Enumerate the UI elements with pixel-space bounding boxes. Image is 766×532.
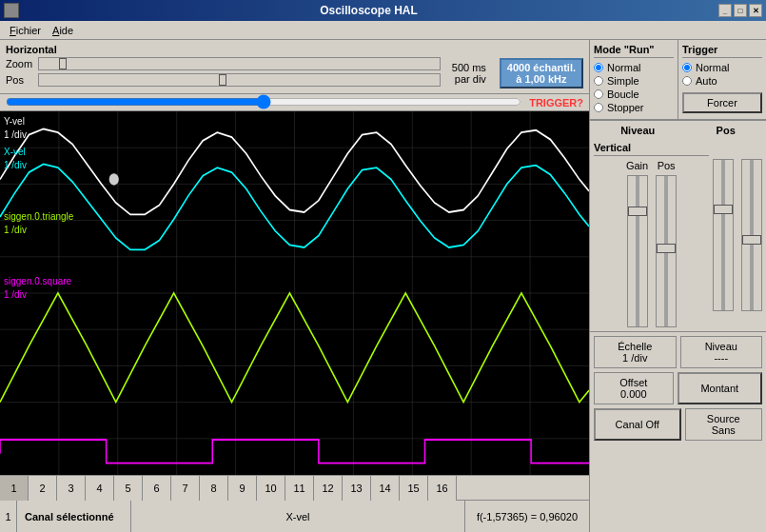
echelle-box: Échelle 1 /div	[594, 336, 677, 368]
mode-normal-label: Normal	[607, 62, 640, 73]
source-value: Sans	[712, 424, 736, 436]
trigger-title: Trigger	[682, 44, 762, 58]
trigger-slider[interactable]	[6, 96, 521, 108]
ch-btn-1[interactable]: 1	[0, 476, 29, 501]
mode-normal-radio[interactable]	[594, 63, 603, 72]
ch-btn-6[interactable]: 6	[143, 476, 171, 501]
left-panel: Horizontal Zoom Pos	[0, 40, 590, 532]
title-icon	[4, 3, 19, 18]
ch-btn-10[interactable]: 10	[257, 476, 285, 501]
niveau-value: ----	[714, 352, 728, 364]
offset-label: Offset	[619, 377, 647, 388]
canal-selected-label: Canal sélectionné	[17, 501, 131, 532]
ch-btn-15[interactable]: 15	[400, 476, 428, 501]
pos-header: Pos	[717, 125, 736, 136]
mode-boucle-label: Boucle	[607, 89, 639, 100]
horizontal-label: Horizontal	[6, 44, 583, 55]
pos-col: Pos	[656, 160, 677, 327]
niveau-pos-header: Niveau Pos	[590, 120, 766, 138]
offset-box: Offset 0.000	[594, 372, 674, 404]
mode-simple-radio[interactable]	[594, 76, 603, 86]
menu-fichier[interactable]: Fichier	[4, 23, 47, 37]
window-title: Oscilloscope HAL	[19, 4, 718, 17]
menu-aide[interactable]: Aide	[47, 23, 79, 37]
formula-display: f(-1,57365) = 0,96020	[465, 501, 589, 532]
title-bar: Oscilloscope HAL _ □ ✕	[0, 0, 766, 21]
ch-btn-7[interactable]: 7	[171, 476, 200, 501]
trigger-normal-row: Normal	[682, 62, 762, 73]
right-panel: Mode "Run" Normal Simple Boucle Stopper	[590, 40, 766, 532]
ch-btn-9[interactable]: 9	[228, 476, 257, 501]
zoom-label: Zoom	[6, 58, 32, 69]
pos-slider[interactable]	[656, 175, 677, 327]
gain-col: Gain	[626, 160, 648, 327]
mode-simple-label: Simple	[607, 75, 639, 87]
source-box: Source Sans	[685, 408, 763, 441]
per-div-text: par div	[455, 73, 486, 85]
vertical-title: Vertical	[594, 142, 709, 156]
ch-btn-2[interactable]: 2	[29, 476, 57, 501]
montant-button[interactable]: Montant	[678, 372, 763, 404]
mode-boucle-radio[interactable]	[594, 89, 603, 99]
close-button[interactable]: ✕	[749, 4, 762, 17]
minimize-button[interactable]: _	[718, 4, 732, 17]
selected-ch-num: 1	[0, 501, 17, 532]
maximize-button[interactable]: □	[734, 4, 747, 17]
right-top-section: Mode "Run" Normal Simple Boucle Stopper	[590, 40, 766, 120]
ch-btn-12[interactable]: 12	[314, 476, 343, 501]
niveau-header: Niveau	[620, 125, 655, 136]
ch-btn-16[interactable]: 16	[428, 476, 457, 501]
gain-label: Gain	[626, 160, 648, 171]
mode-title: Mode "Run"	[594, 44, 674, 58]
oscilloscope-screen: Y-vel 1 /div X-vel 1 /div siggen.0.trian…	[0, 111, 589, 475]
ch-btn-5[interactable]: 5	[114, 476, 143, 501]
time-per-div: 500 ms	[452, 62, 486, 73]
trigger-pos-slider[interactable]	[741, 159, 762, 311]
bottom-controls: Échelle 1 /div Niveau ---- Offset 0.000 …	[590, 332, 766, 444]
window-buttons: _ □ ✕	[718, 4, 762, 17]
sample-button[interactable]: 4000 échantil. à 1,00 kHz	[500, 58, 583, 89]
trigger-level-slider[interactable]	[713, 159, 734, 311]
channel-buttons: 1 2 3 4 5 6 7 8 9 10 11 12 13 14 15 16	[0, 476, 589, 501]
ch-btn-13[interactable]: 13	[343, 476, 371, 501]
ch-btn-8[interactable]: 8	[200, 476, 228, 501]
svg-point-18	[109, 173, 119, 185]
mode-stopper-row: Stopper	[594, 102, 674, 113]
offset-value: 0.000	[620, 388, 647, 400]
ch-btn-4[interactable]: 4	[86, 476, 114, 501]
trigger-status: TRIGGER?	[529, 97, 583, 108]
ch-btn-14[interactable]: 14	[371, 476, 400, 501]
main-content: Horizontal Zoom Pos	[0, 40, 766, 532]
trigger-row: TRIGGER?	[0, 94, 589, 111]
canal-off-button[interactable]: Canal Off	[594, 408, 681, 441]
offset-montant-row: Offset 0.000 Montant	[594, 372, 762, 404]
trigger-top-section: Trigger Normal Auto Forcer	[678, 40, 766, 119]
canal-source-row: Canal Off Source Sans	[594, 408, 762, 441]
mode-stopper-radio[interactable]	[594, 103, 603, 112]
menu-bar: Fichier Aide	[0, 21, 766, 40]
mode-simple-row: Simple	[594, 75, 674, 87]
horizontal-section: Horizontal Zoom Pos	[0, 40, 589, 94]
gain-slider[interactable]	[627, 175, 648, 327]
channel-name-display: X-vel	[131, 501, 465, 532]
echelle-value: 1 /div	[622, 352, 647, 364]
ch-btn-3[interactable]: 3	[57, 476, 86, 501]
ch-btn-11[interactable]: 11	[285, 476, 314, 501]
mode-boucle-row: Boucle	[594, 89, 674, 100]
pos-vert-label: Pos	[658, 160, 676, 171]
vertical-sliders-section: Vertical Gain Pos	[590, 138, 766, 332]
trigger-sliders	[713, 142, 762, 327]
trigger-auto-label: Auto	[696, 75, 717, 87]
trigger-normal-radio[interactable]	[682, 63, 692, 72]
niveau-box: Niveau ----	[680, 336, 763, 368]
zoom-slider[interactable]	[38, 57, 441, 70]
pos-label: Pos	[6, 74, 32, 86]
trigger-auto-radio[interactable]	[682, 76, 692, 86]
trigger-auto-row: Auto	[682, 75, 762, 87]
force-button[interactable]: Forcer	[682, 92, 762, 113]
mode-stopper-label: Stopper	[607, 102, 644, 113]
pos-slider[interactable]	[38, 73, 441, 87]
sample-count: 4000 échantil.	[507, 62, 576, 73]
time-display: 500 ms par div	[452, 62, 486, 85]
niveau-label: Niveau	[705, 341, 737, 352]
